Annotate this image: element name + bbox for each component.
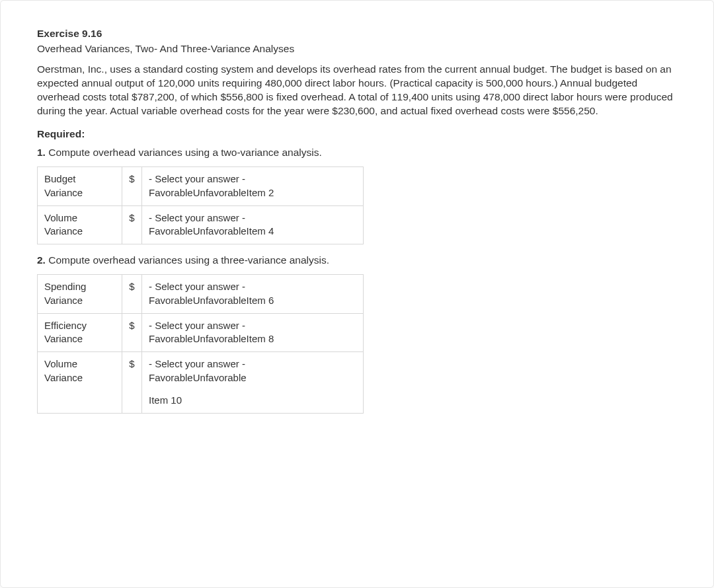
exercise-title: Overhead Variances, Two- And Three-Varia… [37,42,677,56]
select-options-text: FavorableUnfavorableItem 4 [149,225,274,237]
exercise-card: Exercise 9.16 Overhead Variances, Two- A… [0,0,714,588]
row-label: Volume Variance [38,205,122,244]
required-label: Required: [37,128,677,141]
select-options-text: FavorableUnfavorableItem 6 [149,295,274,306]
q1-number: 1. [37,147,46,158]
q2-number: 2. [37,254,46,266]
currency-symbol: $ [122,352,142,414]
answer-select[interactable]: - Select your answer - FavorableUnfavora… [142,167,364,206]
select-placeholder: - Select your answer - [149,281,245,292]
select-placeholder: - Select your answer - [149,212,245,223]
select-placeholder: - Select your answer - [149,358,245,369]
q2-text: Compute overhead variances using a three… [46,254,329,266]
row-label: Volume Variance [38,352,122,414]
table-row: Efficiency Variance $ - Select your answ… [38,313,364,352]
two-variance-table: Budget Variance $ - Select your answer -… [37,166,364,244]
currency-symbol: $ [122,313,142,352]
table-row: Volume Variance $ - Select your answer -… [38,352,364,414]
select-options-text: FavorableUnfavorable [149,372,247,383]
exercise-number: Exercise 9.16 [37,27,677,41]
question-2: 2. Compute overhead variances using a th… [37,254,677,268]
table-row: Budget Variance $ - Select your answer -… [38,167,364,206]
answer-select[interactable]: - Select your answer - FavorableUnfavora… [142,275,364,314]
row-label: Budget Variance [38,167,122,206]
currency-symbol: $ [122,167,142,206]
item-label: Item 10 [149,394,356,407]
answer-select[interactable]: - Select your answer - FavorableUnfavora… [142,205,364,244]
answer-select[interactable]: - Select your answer - FavorableUnfavora… [142,313,364,352]
select-placeholder: - Select your answer - [149,173,245,184]
answer-select[interactable]: - Select your answer - FavorableUnfavora… [142,352,364,414]
q1-text: Compute overhead variances using a two-v… [46,147,322,158]
table-row: Spending Variance $ - Select your answer… [38,275,364,314]
select-placeholder: - Select your answer - [149,320,245,331]
question-1: 1. Compute overhead variances using a tw… [37,146,677,160]
problem-body: Oerstman, Inc., uses a standard costing … [37,63,677,118]
row-label: Efficiency Variance [38,313,122,352]
select-options-text: FavorableUnfavorableItem 2 [149,187,274,198]
three-variance-table: Spending Variance $ - Select your answer… [37,274,364,414]
currency-symbol: $ [122,205,142,244]
row-label: Spending Variance [38,275,122,314]
currency-symbol: $ [122,275,142,314]
select-options-text: FavorableUnfavorableItem 8 [149,333,274,344]
table-row: Volume Variance $ - Select your answer -… [38,205,364,244]
